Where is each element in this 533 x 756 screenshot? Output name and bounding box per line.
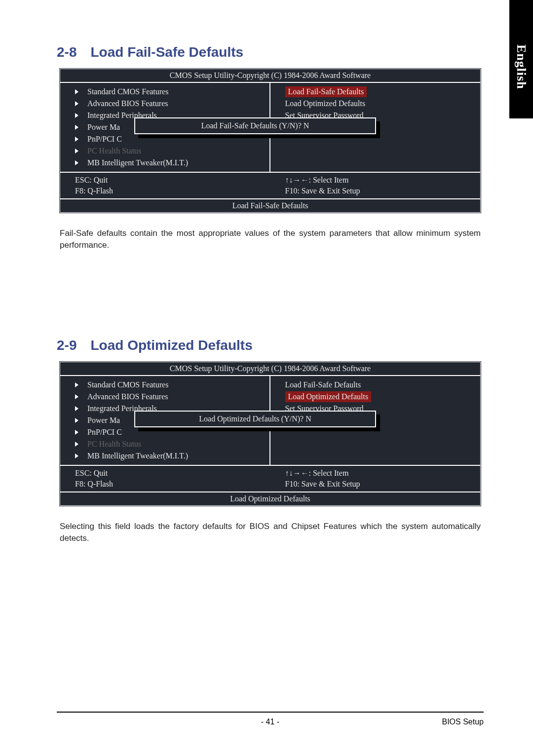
- hint-select: ↑↓→←: Select Item: [285, 468, 466, 479]
- hint-f10: F10: Save & Exit Setup: [285, 186, 466, 196]
- bios-hints: ESC: Quit F8: Q-Flash ↑↓→←: Select Item …: [60, 172, 480, 198]
- bios-body: Standard CMOS Features Advanced BIOS Fea…: [60, 83, 480, 172]
- menu-item[interactable]: MB Intelligent Tweaker(M.I.T.): [65, 157, 265, 169]
- triangle-icon: [75, 125, 78, 130]
- triangle-icon: [75, 101, 78, 106]
- triangle-icon: [75, 418, 78, 423]
- triangle-icon: [75, 394, 78, 399]
- page-number: - 41 -: [261, 718, 279, 726]
- section-num: 2-9: [57, 338, 76, 353]
- bios-header: CMOS Setup Utility-Copyright (C) 1984-20…: [60, 362, 480, 376]
- triangle-icon: [75, 382, 78, 387]
- triangle-icon: [75, 454, 78, 458]
- spacer: [57, 251, 484, 338]
- menu-item[interactable]: Standard CMOS Features: [65, 86, 265, 98]
- page-footer: - 41 - BIOS Setup: [57, 712, 484, 726]
- section-num: 2-8: [57, 44, 76, 60]
- triangle-icon: [75, 160, 78, 165]
- bios-body: Standard CMOS Features Advanced BIOS Fea…: [60, 376, 480, 465]
- section-body-text: Fail-Safe defaults contain the most appr…: [60, 227, 481, 251]
- bios-panel-failsafe: CMOS Setup Utility-Copyright (C) 1984-20…: [59, 68, 482, 214]
- hint-esc: ESC: Quit: [75, 468, 256, 479]
- triangle-icon: [75, 406, 78, 411]
- footer-section: BIOS Setup: [442, 718, 484, 726]
- hint-f8: F8: Q-Flash: [75, 479, 256, 490]
- section-title: Load Optimized Defaults: [90, 338, 252, 353]
- menu-item[interactable]: PC Health Status: [65, 145, 265, 157]
- menu-item[interactable]: PnP/PCI C: [65, 133, 265, 145]
- menu-item[interactable]: PnP/PCI C: [65, 426, 265, 438]
- hint-col-right: ↑↓→←: Select Item F10: Save & Exit Setup: [270, 466, 481, 491]
- confirm-dialog[interactable]: Load Fail-Safe Defaults (Y/N)? N: [134, 117, 376, 134]
- confirm-dialog[interactable]: Load Optimized Defaults (Y/N)? N: [134, 411, 376, 427]
- triangle-icon: [75, 442, 78, 447]
- triangle-icon: [75, 430, 78, 435]
- dialog-text: Load Optimized Defaults (Y/N)? N: [199, 415, 311, 423]
- section-title: Load Fail-Safe Defaults: [90, 44, 243, 60]
- triangle-icon: [75, 149, 78, 153]
- bios-panel-optimized: CMOS Setup Utility-Copyright (C) 1984-20…: [59, 361, 482, 507]
- section-heading-2-8: 2-8Load Fail-Safe Defaults: [57, 44, 484, 60]
- triangle-icon: [75, 113, 78, 118]
- bios-header: CMOS Setup Utility-Copyright (C) 1984-20…: [60, 69, 480, 83]
- menu-item[interactable]: Load Optimized Defaults: [275, 391, 476, 403]
- menu-item[interactable]: Load Optimized Defaults: [275, 98, 476, 110]
- section-heading-2-9: 2-9Load Optimized Defaults: [57, 338, 484, 353]
- menu-item[interactable]: Load Fail-Safe Defaults: [275, 379, 476, 391]
- hint-select: ↑↓→←: Select Item: [285, 175, 466, 186]
- hint-esc: ESC: Quit: [75, 175, 256, 186]
- triangle-icon: [75, 137, 78, 142]
- section-body-text: Selecting this field loads the factory d…: [60, 521, 481, 544]
- hint-col-right: ↑↓→←: Select Item F10: Save & Exit Setup: [270, 173, 481, 198]
- menu-item[interactable]: MB Intelligent Tweaker(M.I.T.): [65, 450, 265, 462]
- menu-item[interactable]: PC Health Status: [65, 438, 265, 450]
- hint-col-left: ESC: Quit F8: Q-Flash: [60, 173, 270, 198]
- hint-f8: F8: Q-Flash: [75, 186, 256, 196]
- bios-footer: Load Fail-Safe Defaults: [60, 198, 480, 212]
- menu-item[interactable]: Load Fail-Safe Defaults: [275, 86, 476, 98]
- menu-item[interactable]: Advanced BIOS Features: [65, 98, 265, 110]
- triangle-icon: [75, 89, 78, 94]
- hint-col-left: ESC: Quit F8: Q-Flash: [60, 466, 270, 491]
- hint-f10: F10: Save & Exit Setup: [285, 479, 466, 490]
- bios-hints: ESC: Quit F8: Q-Flash ↑↓→←: Select Item …: [60, 465, 480, 491]
- dialog-text: Load Fail-Safe Defaults (Y/N)? N: [201, 121, 309, 130]
- menu-item[interactable]: Standard CMOS Features: [65, 379, 265, 391]
- bios-footer: Load Optimized Defaults: [60, 491, 480, 505]
- page-content: 2-8Load Fail-Safe Defaults CMOS Setup Ut…: [0, 0, 533, 569]
- menu-item[interactable]: Advanced BIOS Features: [65, 391, 265, 403]
